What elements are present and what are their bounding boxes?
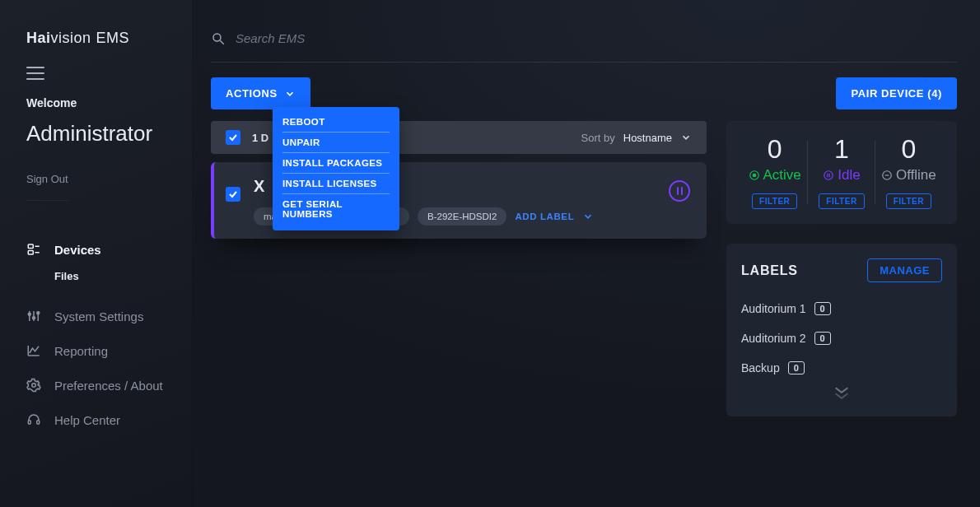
svg-rect-13 [28, 421, 30, 425]
chevron-down-icon [680, 132, 692, 143]
pause-status-icon [669, 180, 690, 202]
filter-offline-button[interactable]: FILTER [886, 193, 931, 209]
nav-system-settings[interactable]: System Settings [26, 299, 169, 333]
nav-files-label: Files [54, 270, 79, 282]
sidebar: HaivisionEMS Welcome Administrator Sign … [0, 0, 193, 507]
select-all-checkbox[interactable] [226, 130, 240, 145]
user-role: Administrator [26, 121, 169, 147]
nav-preferences-label: Preferences / About [54, 379, 163, 393]
svg-point-12 [32, 384, 36, 388]
svg-point-15 [213, 34, 221, 41]
svg-line-16 [220, 40, 224, 44]
brand-rest: vision [51, 30, 91, 46]
brand-suffix: EMS [96, 30, 130, 46]
search-icon [211, 31, 226, 46]
selection-count: 1 D [252, 132, 268, 144]
actions-button[interactable]: Actions [211, 77, 310, 109]
chip-serial[interactable]: B-292E-HDSDI2 [418, 207, 506, 226]
add-label-text: ADD LABEL [515, 212, 574, 221]
stat-offline-value: 0 [880, 136, 937, 162]
stat-active-value: 0 [746, 136, 803, 162]
label-name: Backup [741, 361, 780, 374]
manage-labels-button[interactable]: MANAGE [867, 258, 942, 282]
label-row[interactable]: Backup 0 [741, 353, 942, 383]
expand-labels-icon[interactable] [741, 384, 942, 402]
primary-nav: Devices Files System Settings Reporting … [26, 232, 169, 437]
nav-files[interactable]: Files [26, 267, 169, 299]
nav-reporting-label: Reporting [54, 344, 108, 358]
svg-point-18 [753, 174, 756, 177]
stat-active: 0 Active FILTER [741, 136, 808, 209]
filter-active-button[interactable]: FILTER [752, 193, 797, 209]
sortby-value: Hostname [623, 132, 672, 144]
pair-device-button[interactable]: Pair Device (4) [836, 77, 957, 109]
stat-idle-value: 1 [813, 136, 870, 162]
actions-dropdown: REBOOT UNPAIR INSTALL PACKAGES INSTALL L… [273, 107, 399, 230]
svg-rect-1 [28, 251, 33, 255]
labels-title: LABELS [741, 263, 798, 278]
menu-toggle-icon[interactable] [26, 67, 44, 80]
nav-help-label: Help Center [54, 413, 120, 427]
toolbar: Actions REBOOT UNPAIR INSTALL PACKAGES I… [211, 77, 957, 109]
svg-point-7 [28, 313, 30, 315]
filter-idle-button[interactable]: FILTER [819, 193, 864, 209]
nav-devices-label: Devices [54, 243, 101, 257]
label-count: 0 [814, 302, 831, 315]
nav-help[interactable]: Help Center [26, 402, 169, 437]
action-install-packages[interactable]: INSTALL PACKAGES [282, 153, 390, 174]
action-get-serials[interactable]: GET SERIAL NUMBERS [282, 194, 390, 224]
svg-point-9 [37, 312, 40, 314]
sortby-label: Sort by [581, 132, 615, 144]
stat-offline: 0 Offline FILTER [875, 136, 942, 209]
label-count: 0 [814, 332, 831, 345]
sliders-icon [26, 309, 41, 323]
chevron-down-icon [582, 211, 594, 222]
idle-icon [823, 170, 834, 181]
nav-preferences[interactable]: Preferences / About [26, 368, 169, 402]
label-name: Auditorium 2 [741, 332, 806, 345]
check-icon [228, 189, 238, 199]
stat-active-label: Active [763, 167, 801, 184]
headset-icon [26, 412, 41, 427]
offline-icon [881, 170, 893, 181]
labels-panel: LABELS MANAGE Auditorium 1 0 Auditorium … [726, 244, 957, 416]
active-icon [749, 170, 760, 181]
svg-rect-0 [28, 244, 33, 249]
search-bar [211, 15, 957, 63]
chart-icon [26, 343, 41, 358]
search-input[interactable] [236, 31, 957, 45]
label-name: Auditorium 1 [741, 302, 806, 315]
action-reboot[interactable]: REBOOT [282, 112, 390, 133]
stat-offline-label: Offline [896, 167, 936, 184]
svg-point-19 [824, 171, 833, 180]
label-row[interactable]: Auditorium 1 0 [741, 294, 942, 323]
label-count: 0 [788, 361, 805, 374]
check-icon [228, 133, 238, 142]
add-label-button[interactable]: ADD LABEL [515, 211, 594, 222]
gear-icon [26, 378, 41, 393]
sign-out-link[interactable]: Sign Out [26, 173, 68, 201]
nav-reporting[interactable]: Reporting [26, 333, 169, 368]
sort-control[interactable]: Sort by Hostname [581, 132, 692, 144]
devices-icon [26, 242, 41, 257]
chevron-down-icon [284, 88, 296, 100]
action-install-licenses[interactable]: INSTALL LICENSES [282, 174, 390, 194]
brand-logo: HaivisionEMS [26, 30, 169, 47]
actions-label: Actions [226, 87, 278, 100]
svg-point-8 [33, 317, 35, 319]
svg-rect-14 [37, 421, 40, 425]
label-row[interactable]: Auditorium 2 0 [741, 323, 942, 353]
nav-settings-label: System Settings [54, 309, 143, 323]
action-unpair[interactable]: UNPAIR [282, 133, 390, 153]
nav-devices[interactable]: Devices [26, 232, 169, 267]
status-panel: 0 Active FILTER 1 Idle FILTER [726, 121, 957, 224]
stat-idle-label: Idle [838, 167, 860, 184]
stat-idle: 1 Idle FILTER [808, 136, 875, 209]
brand-bold: Hai [26, 30, 51, 46]
welcome-label: Welcome [26, 96, 169, 109]
main-area: Actions REBOOT UNPAIR INSTALL PACKAGES I… [193, 0, 980, 507]
device-checkbox[interactable] [226, 187, 240, 202]
